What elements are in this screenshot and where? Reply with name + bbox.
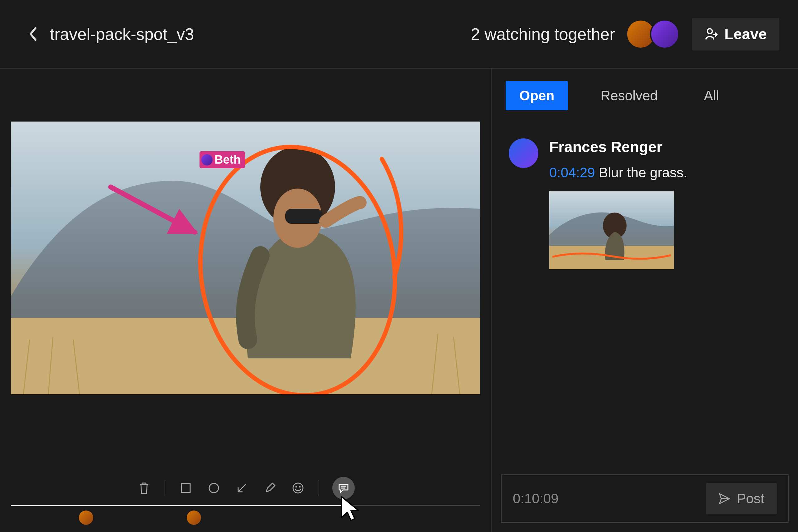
app-root: travel-pack-spot_v3 2 watching together …: [0, 0, 798, 532]
arrow-icon: [236, 482, 248, 494]
svg-point-0: [707, 29, 712, 34]
tab-all[interactable]: All: [690, 81, 733, 110]
avatar: [202, 154, 213, 166]
chevron-left-icon: [28, 26, 37, 42]
title-group: travel-pack-spot_v3: [28, 25, 194, 44]
file-title: travel-pack-spot_v3: [50, 25, 194, 44]
avatar[interactable]: [650, 19, 680, 49]
avatar: [509, 138, 538, 168]
leave-icon: [704, 27, 718, 41]
comment-item[interactable]: Frances Renger 0:04:29 Blur the grass.: [509, 138, 781, 269]
svg-line-15: [238, 484, 246, 492]
send-icon: [718, 492, 731, 505]
comment-body: Frances Renger 0:04:29 Blur the grass.: [549, 138, 781, 269]
video-frame[interactable]: Beth: [11, 121, 480, 394]
arrow-tool-button[interactable]: [234, 480, 249, 496]
pencil-icon: [264, 482, 276, 494]
svg-rect-10: [285, 209, 323, 224]
watching-label: 2 watching together: [471, 25, 615, 44]
comment-author: Frances Renger: [549, 138, 781, 155]
scrubber-track: [11, 505, 480, 506]
trash-icon: [138, 481, 150, 495]
comment-thumbnail[interactable]: [549, 191, 674, 269]
tab-open[interactable]: Open: [506, 81, 568, 110]
emoji-tool-button[interactable]: [290, 480, 305, 496]
comment-text: 0:04:29 Blur the grass.: [549, 165, 781, 180]
tab-resolved[interactable]: Resolved: [587, 81, 671, 110]
leave-button[interactable]: Leave: [692, 18, 779, 51]
leave-label: Leave: [724, 25, 767, 43]
rectangle-tool-button[interactable]: [178, 480, 193, 496]
svg-point-14: [209, 483, 218, 493]
trash-button[interactable]: [136, 480, 152, 496]
thumbnail-illustration: [549, 191, 674, 269]
scrubber-markers: [11, 511, 480, 529]
scrubber-handle[interactable]: [341, 502, 347, 509]
live-cursor-name: Beth: [214, 153, 241, 167]
emoji-icon: [292, 482, 304, 494]
comment-timestamp-link[interactable]: 0:04:29: [549, 165, 595, 180]
composer-timestamp: 0:10:09: [513, 491, 706, 507]
scrubber-fill: [11, 505, 344, 506]
toolbar-divider: [165, 480, 165, 496]
svg-point-18: [299, 486, 301, 488]
comment-composer[interactable]: 0:10:09 Post: [501, 474, 788, 522]
svg-point-17: [295, 486, 297, 488]
circle-icon: [208, 482, 220, 494]
video-scene-illustration: [11, 121, 480, 394]
rectangle-icon: [179, 482, 192, 494]
circle-tool-button[interactable]: [206, 480, 221, 496]
post-button[interactable]: Post: [706, 483, 777, 514]
viewer-avatars: [626, 19, 680, 49]
video-panel: Beth: [0, 69, 491, 532]
comments-panel: Open Resolved All Frances Renger 0:04:29…: [491, 69, 798, 532]
post-label: Post: [737, 491, 764, 507]
comment-icon: [337, 482, 350, 494]
comments-list: Frances Renger 0:04:29 Blur the grass.: [492, 117, 798, 474]
scrubber[interactable]: [11, 505, 480, 506]
svg-point-16: [293, 483, 303, 493]
annotation-toolbar: [132, 477, 359, 499]
svg-rect-13: [182, 484, 190, 492]
main-area: Beth: [0, 69, 798, 532]
live-cursor-tag: Beth: [200, 151, 245, 168]
comment-marker[interactable]: [79, 511, 93, 525]
comment-tool-button[interactable]: [332, 477, 355, 499]
back-button[interactable]: [28, 26, 37, 42]
comment-marker[interactable]: [187, 511, 201, 525]
header-bar: travel-pack-spot_v3 2 watching together …: [0, 0, 798, 69]
comment-tabs: Open Resolved All: [492, 69, 798, 117]
toolbar-divider: [319, 480, 319, 496]
comment-message: Blur the grass.: [599, 165, 687, 180]
pencil-tool-button[interactable]: [263, 480, 278, 496]
